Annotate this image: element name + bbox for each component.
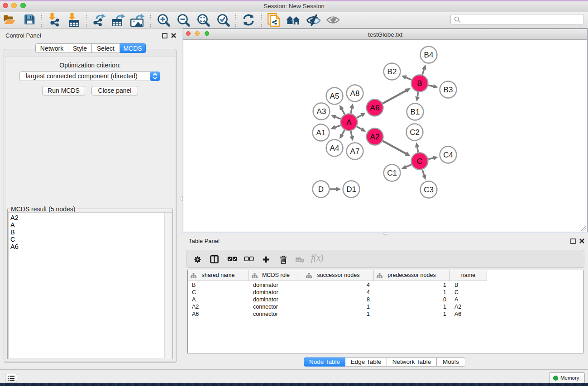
svg-text:C2: C2 [410, 128, 420, 137]
svg-text:A7: A7 [350, 147, 360, 156]
svg-text:C1: C1 [387, 169, 397, 177]
svg-text:A6: A6 [370, 104, 380, 112]
svg-text:B4: B4 [424, 51, 434, 59]
svg-text:A4: A4 [330, 144, 339, 152]
svg-text:C: C [417, 157, 422, 166]
svg-text:D1: D1 [346, 185, 356, 194]
svg-text:C3: C3 [424, 186, 434, 194]
svg-text:A2: A2 [370, 133, 380, 141]
svg-text:A: A [346, 118, 352, 127]
svg-text:A3: A3 [317, 107, 326, 116]
svg-text:B: B [417, 79, 422, 88]
svg-text:A8: A8 [350, 89, 360, 98]
svg-text:C4: C4 [443, 151, 453, 159]
svg-text:B2: B2 [387, 67, 397, 76]
svg-text:A5: A5 [330, 92, 339, 100]
svg-text:A1: A1 [316, 129, 326, 137]
svg-text:B1: B1 [411, 108, 420, 116]
svg-text:D: D [318, 185, 324, 194]
svg-text:B3: B3 [444, 86, 453, 94]
